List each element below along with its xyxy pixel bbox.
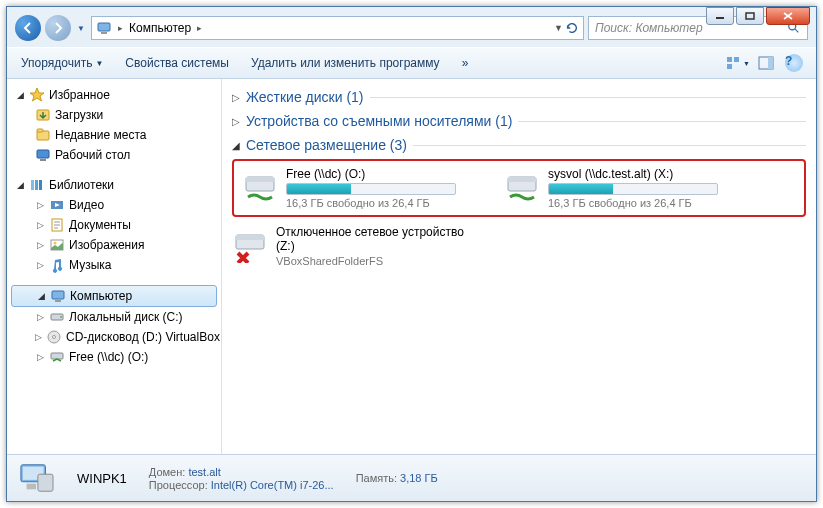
computer-icon — [96, 20, 112, 36]
svg-point-21 — [54, 242, 57, 245]
expand-icon[interactable]: ▷ — [35, 220, 45, 230]
disconnected-drive-icon — [232, 229, 268, 263]
drive-space: 16,3 ГБ свободно из 26,4 ГБ — [548, 197, 718, 209]
recent-icon — [35, 127, 51, 143]
cd-icon — [46, 329, 62, 345]
close-button[interactable] — [766, 7, 810, 25]
tree-documents[interactable]: ▷ Документы — [7, 215, 221, 235]
tree-network-drive-o[interactable]: ▷ Free (\\dc) (O:) — [7, 347, 221, 367]
breadcrumb-root-arrow[interactable]: ▸ — [116, 23, 125, 33]
search-placeholder: Поиск: Компьютер — [595, 21, 703, 35]
svg-rect-0 — [716, 17, 724, 19]
group-hdd[interactable]: ▷ Жесткие диски (1) — [232, 85, 806, 109]
cpu-value: Intel(R) Core(TM) i7-26... — [211, 479, 334, 491]
collapse-icon[interactable]: ◢ — [15, 90, 25, 100]
pictures-icon — [49, 237, 65, 253]
help-button[interactable]: ? — [782, 52, 806, 74]
svg-rect-23 — [55, 300, 61, 302]
address-dropdown-icon[interactable]: ▼ — [554, 23, 563, 33]
maximize-button[interactable] — [736, 7, 764, 25]
navigation-tree: ◢ Избранное Загрузки Недавние места Рабо… — [7, 79, 222, 454]
refresh-icon[interactable] — [565, 21, 579, 35]
network-drive-icon — [49, 349, 65, 365]
highlight-box: Free (\\dc) (O:) 16,3 ГБ свободно из 26,… — [232, 159, 806, 217]
svg-rect-34 — [236, 235, 264, 240]
drive-name: Free (\\dc) (O:) — [286, 167, 456, 181]
svg-rect-3 — [101, 32, 107, 34]
svg-rect-32 — [508, 177, 536, 182]
drive-disconnected-z[interactable]: Отключенное сетевое устройство (Z:) VBox… — [232, 225, 472, 267]
drive-sub: VBoxSharedFolderFS — [276, 255, 472, 267]
svg-rect-14 — [40, 159, 46, 161]
tree-video[interactable]: ▷ Видео — [7, 195, 221, 215]
content-body: ◢ Избранное Загрузки Недавние места Рабо… — [7, 79, 816, 454]
svg-rect-2 — [98, 23, 110, 31]
minimize-button[interactable] — [706, 7, 734, 25]
tree-desktop[interactable]: Рабочий стол — [7, 145, 221, 165]
network-drive-icon — [242, 171, 278, 205]
expand-icon[interactable]: ▷ — [35, 240, 45, 250]
expand-icon[interactable]: ▷ — [35, 260, 45, 270]
content-pane: ▷ Жесткие диски (1) ▷ Устройства со съем… — [222, 79, 816, 454]
system-properties-button[interactable]: Свойства системы — [121, 53, 233, 73]
svg-rect-12 — [37, 129, 43, 132]
svg-rect-15 — [31, 180, 34, 190]
tree-cd-d[interactable]: ▷ CD-дисковод (D:) VirtualBox — [7, 327, 221, 347]
expand-icon[interactable]: ▷ — [35, 332, 42, 342]
disk-icon — [49, 309, 65, 325]
address-right: ▼ — [554, 21, 579, 35]
window-controls — [706, 7, 810, 25]
group-removable[interactable]: ▷ Устройства со съемными носителями (1) — [232, 109, 806, 133]
drive-name: Отключенное сетевое устройство (Z:) — [276, 225, 472, 253]
forward-button[interactable] — [45, 15, 71, 41]
svg-rect-1 — [746, 13, 754, 19]
collapse-icon[interactable]: ◢ — [15, 180, 25, 190]
tree-computer[interactable]: ◢ Компьютер — [11, 285, 217, 307]
nav-row: ▼ ▸ Компьютер ▸ ▼ Поиск: Компьютер — [7, 7, 816, 47]
breadcrumb-computer[interactable]: Компьютер — [125, 21, 195, 35]
computer-large-icon — [17, 461, 55, 495]
drive-sysvol-x[interactable]: sysvol (\\dc.test.alt) (X:) 16,3 ГБ своб… — [504, 167, 744, 209]
collapse-icon[interactable]: ◢ — [36, 291, 46, 301]
desktop-icon — [35, 147, 51, 163]
svg-rect-37 — [38, 474, 53, 491]
network-drive-icon — [504, 171, 540, 205]
nav-history-dropdown[interactable]: ▼ — [75, 24, 87, 33]
svg-rect-13 — [37, 150, 49, 158]
tree-libraries[interactable]: ◢ Библиотеки — [7, 175, 221, 195]
tree-local-c[interactable]: ▷ Локальный диск (C:) — [7, 307, 221, 327]
expand-icon[interactable]: ▷ — [232, 92, 240, 103]
svg-rect-9 — [768, 57, 773, 69]
collapse-icon[interactable]: ◢ — [232, 140, 240, 151]
drive-space: 16,3 ГБ свободно из 26,4 ГБ — [286, 197, 456, 209]
documents-icon — [49, 217, 65, 233]
toolbar-overflow[interactable]: » — [458, 53, 473, 73]
computer-icon — [50, 288, 66, 304]
svg-rect-6 — [734, 57, 739, 62]
video-icon — [49, 197, 65, 213]
explorer-window: ▼ ▸ Компьютер ▸ ▼ Поиск: Компьютер Упоря… — [6, 6, 817, 502]
downloads-icon — [35, 107, 51, 123]
tree-pictures[interactable]: ▷ Изображения — [7, 235, 221, 255]
tree-music[interactable]: ▷ Музыка — [7, 255, 221, 275]
expand-icon[interactable]: ▷ — [232, 116, 240, 127]
drive-name: sysvol (\\dc.test.alt) (X:) — [548, 167, 718, 181]
preview-pane-button[interactable] — [754, 52, 778, 74]
tree-favorites[interactable]: ◢ Избранное — [7, 85, 221, 105]
expand-icon[interactable]: ▷ — [35, 200, 45, 210]
view-options-button[interactable]: ▼ — [726, 52, 750, 74]
star-icon — [29, 87, 45, 103]
expand-icon[interactable]: ▷ — [35, 352, 45, 362]
breadcrumb-arrow[interactable]: ▸ — [195, 23, 204, 33]
uninstall-programs-button[interactable]: Удалить или изменить программу — [247, 53, 444, 73]
svg-point-25 — [60, 316, 62, 318]
expand-icon[interactable]: ▷ — [35, 312, 45, 322]
memory-value: 3,18 ГБ — [400, 472, 438, 484]
organize-menu[interactable]: Упорядочить▼ — [17, 53, 107, 73]
drive-free-o[interactable]: Free (\\dc) (O:) 16,3 ГБ свободно из 26,… — [242, 167, 482, 209]
back-button[interactable] — [15, 15, 41, 41]
tree-downloads[interactable]: Загрузки — [7, 105, 221, 125]
group-network[interactable]: ◢ Сетевое размещение (3) — [232, 133, 806, 157]
address-bar[interactable]: ▸ Компьютер ▸ ▼ — [91, 16, 584, 40]
tree-recent[interactable]: Недавние места — [7, 125, 221, 145]
